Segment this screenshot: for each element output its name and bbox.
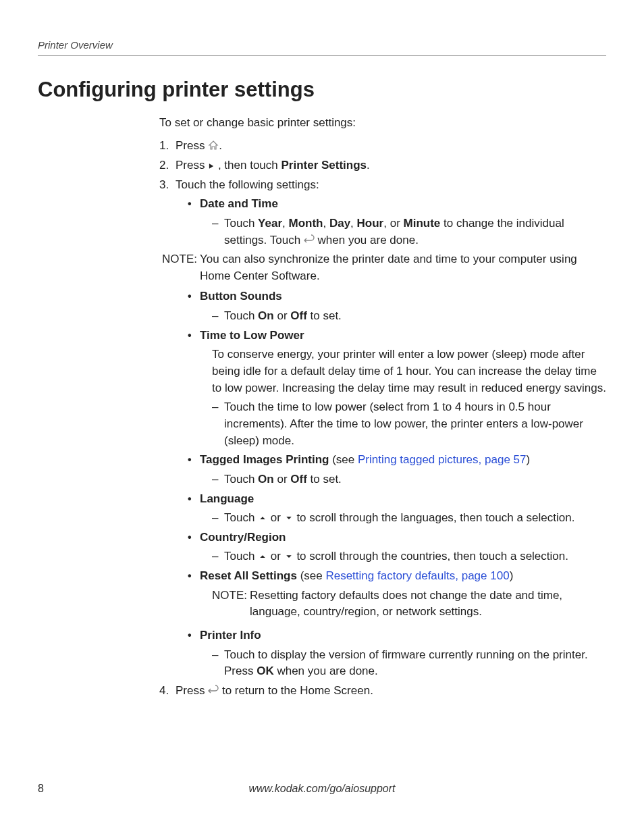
setting-printer-info: Printer Info Touch to display the versio…: [188, 627, 606, 680]
home-icon: [208, 140, 219, 151]
setting-button-sounds: Button Sounds Touch On or Off to set.: [188, 288, 606, 324]
settings-list-continued: Button Sounds Touch On or Off to set. Ti…: [188, 288, 606, 679]
step-text: , then touch: [215, 159, 281, 172]
intro-text: To set or change basic printer settings:: [159, 115, 606, 132]
off-bold: Off: [290, 309, 307, 322]
setting-country-region: Country/Region Touch or to scroll throug…: [188, 529, 606, 565]
setting-label: Reset All Settings: [200, 569, 297, 582]
setting-time-low-power: Time to Low Power To conserve energy, yo…: [188, 328, 606, 449]
setting-label: Language: [200, 492, 254, 505]
setting-date-time: Date and Time Touch Year, Month, Day, Ho…: [188, 196, 606, 249]
step-number: 3.: [159, 177, 169, 194]
arrow-up-icon: [258, 516, 267, 523]
settings-list: Date and Time Touch Year, Month, Day, Ho…: [188, 196, 606, 249]
off-bold: Off: [290, 473, 307, 486]
step-text: .: [367, 159, 370, 172]
step-number: 4.: [159, 683, 169, 700]
time-low-power-para: To conserve energy, your printer will en…: [212, 346, 606, 396]
step-text: .: [219, 139, 222, 152]
step-text: Press: [176, 684, 208, 697]
setting-tagged-images: Tagged Images Printing (see Printing tag…: [188, 452, 606, 488]
text: (see: [329, 453, 358, 466]
button-sounds-detail: Touch On or Off to set.: [212, 308, 606, 325]
ok-bold: OK: [257, 664, 274, 677]
hour-bold: Hour: [357, 217, 384, 230]
setting-label: Printer Info: [200, 629, 261, 642]
setting-label: Time to Low Power: [200, 329, 304, 342]
setting-label: Tagged Images Printing: [200, 453, 329, 466]
printer-info-detail: Touch to display the version of firmware…: [212, 647, 606, 680]
text: , or: [383, 217, 403, 230]
page-number: 8: [38, 781, 44, 796]
section-title: Configuring printer settings: [38, 75, 606, 105]
footer-url: www.kodak.com/go/aiosupport: [249, 781, 396, 796]
step-text: Press: [176, 159, 208, 172]
play-icon: [208, 162, 215, 170]
text: when you are done.: [274, 664, 378, 677]
text: to scroll through the countries, then to…: [294, 550, 568, 563]
step-text: Press: [176, 139, 208, 152]
note-text: You can also synchronize the printer dat…: [200, 251, 606, 284]
printer-settings-bold: Printer Settings: [281, 159, 367, 172]
text: Touch: [224, 473, 258, 486]
text: to scroll through the languages, then to…: [294, 511, 575, 524]
time-low-power-detail: Touch the time to low power (select from…: [212, 399, 606, 449]
text: ,: [323, 217, 329, 230]
language-detail: Touch or to scroll through the languages…: [212, 510, 606, 527]
arrow-down-icon: [284, 554, 294, 561]
text: Touch: [224, 309, 258, 322]
tagged-detail: Touch On or Off to set.: [212, 471, 606, 488]
running-header: Printer Overview: [38, 38, 606, 56]
day-bold: Day: [329, 217, 350, 230]
text: ): [510, 569, 514, 582]
text: when you are done.: [315, 234, 419, 246]
back-icon: [304, 234, 315, 245]
text: to set.: [307, 309, 342, 322]
setting-language: Language Touch or to scroll through the …: [188, 491, 606, 527]
setting-reset-all: Reset All Settings (see Resetting factor…: [188, 568, 606, 621]
text: or: [274, 473, 291, 486]
step-text: Touch the following settings:: [176, 178, 319, 191]
month-bold: Month: [288, 217, 323, 230]
text: or: [267, 550, 284, 563]
note-text: Resetting factory defaults does not chan…: [250, 588, 606, 621]
setting-label: Button Sounds: [200, 290, 282, 303]
country-detail: Touch or to scroll through the countries…: [212, 548, 606, 565]
text: to set.: [307, 473, 342, 486]
text: Touch: [224, 511, 258, 524]
link-reset-defaults[interactable]: Resetting factory defaults, page 100: [325, 569, 509, 582]
back-icon: [208, 685, 219, 696]
step-1: 1. Press .: [159, 138, 606, 155]
setting-label: Date and Time: [200, 197, 278, 210]
text: (see: [297, 569, 326, 582]
date-time-detail: Touch Year, Month, Day, Hour, or Minute …: [212, 215, 606, 249]
text: Touch: [224, 217, 258, 230]
setting-label: Country/Region: [200, 531, 286, 544]
arrow-down-icon: [284, 516, 294, 523]
arrow-up-icon: [258, 554, 267, 561]
step-number: 1.: [159, 138, 169, 155]
step-number: 2.: [159, 157, 169, 174]
note-label: NOTE:: [212, 588, 250, 621]
note-date-time: NOTE: You can also synchronize the print…: [162, 251, 606, 284]
steps-list: 1. Press . 2. Press , then touch Printer…: [159, 138, 606, 699]
page-footer: 8 www.kodak.com/go/aiosupport: [38, 781, 606, 796]
reset-note: NOTE: Resetting factory defaults does no…: [212, 588, 606, 621]
note-label: NOTE:: [162, 251, 200, 284]
step-3: 3. Touch the following settings: Date an…: [159, 177, 606, 680]
step-4: 4. Press to return to the Home Screen.: [159, 683, 606, 700]
minute-bold: Minute: [404, 217, 441, 230]
link-tagged-pictures[interactable]: Printing tagged pictures, page 57: [358, 453, 527, 466]
text: or: [274, 309, 291, 322]
on-bold: On: [258, 473, 274, 486]
text: or: [267, 511, 284, 524]
on-bold: On: [258, 309, 274, 322]
year-bold: Year: [258, 217, 282, 230]
step-2: 2. Press , then touch Printer Settings.: [159, 157, 606, 174]
text: Touch: [224, 550, 258, 563]
text: ): [526, 453, 530, 466]
text: ,: [350, 217, 356, 230]
step-text: to return to the Home Screen.: [219, 684, 373, 697]
